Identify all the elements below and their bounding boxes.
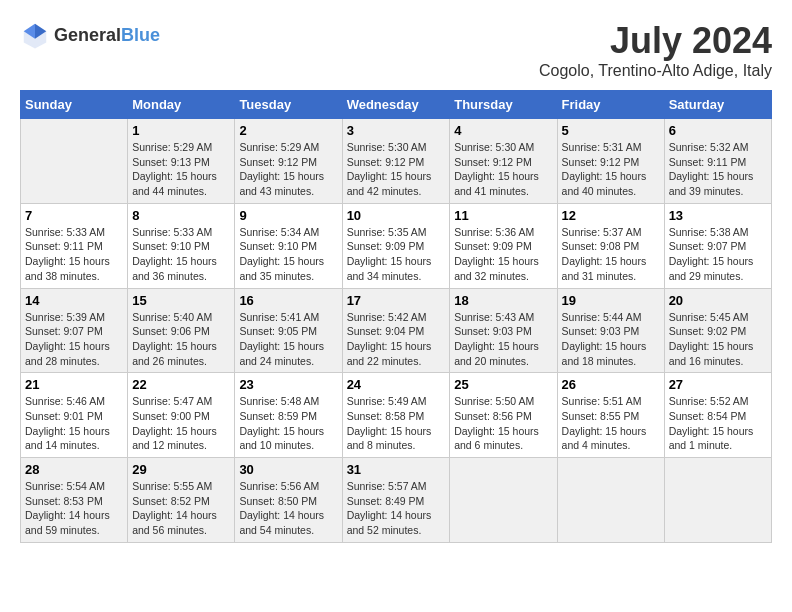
weekday-header-thursday: Thursday (450, 91, 557, 119)
day-info: Sunrise: 5:41 AMSunset: 9:05 PMDaylight:… (239, 310, 337, 369)
day-number: 27 (669, 377, 767, 392)
calendar-cell (21, 119, 128, 204)
calendar-week-row: 7Sunrise: 5:33 AMSunset: 9:11 PMDaylight… (21, 203, 772, 288)
day-info: Sunrise: 5:30 AMSunset: 9:12 PMDaylight:… (347, 140, 446, 199)
day-info: Sunrise: 5:45 AMSunset: 9:02 PMDaylight:… (669, 310, 767, 369)
day-info: Sunrise: 5:37 AMSunset: 9:08 PMDaylight:… (562, 225, 660, 284)
calendar-cell: 5Sunrise: 5:31 AMSunset: 9:12 PMDaylight… (557, 119, 664, 204)
day-number: 11 (454, 208, 552, 223)
day-info: Sunrise: 5:39 AMSunset: 9:07 PMDaylight:… (25, 310, 123, 369)
calendar-cell: 25Sunrise: 5:50 AMSunset: 8:56 PMDayligh… (450, 373, 557, 458)
day-info: Sunrise: 5:46 AMSunset: 9:01 PMDaylight:… (25, 394, 123, 453)
location-subtitle: Cogolo, Trentino-Alto Adige, Italy (539, 62, 772, 80)
calendar-cell: 3Sunrise: 5:30 AMSunset: 9:12 PMDaylight… (342, 119, 450, 204)
day-info: Sunrise: 5:55 AMSunset: 8:52 PMDaylight:… (132, 479, 230, 538)
weekday-header-sunday: Sunday (21, 91, 128, 119)
day-info: Sunrise: 5:29 AMSunset: 9:13 PMDaylight:… (132, 140, 230, 199)
day-info: Sunrise: 5:30 AMSunset: 9:12 PMDaylight:… (454, 140, 552, 199)
day-number: 14 (25, 293, 123, 308)
calendar-week-row: 1Sunrise: 5:29 AMSunset: 9:13 PMDaylight… (21, 119, 772, 204)
calendar-cell: 31Sunrise: 5:57 AMSunset: 8:49 PMDayligh… (342, 458, 450, 543)
calendar-cell: 4Sunrise: 5:30 AMSunset: 9:12 PMDaylight… (450, 119, 557, 204)
day-number: 1 (132, 123, 230, 138)
day-number: 17 (347, 293, 446, 308)
day-number: 24 (347, 377, 446, 392)
day-info: Sunrise: 5:34 AMSunset: 9:10 PMDaylight:… (239, 225, 337, 284)
logo-icon (20, 20, 50, 50)
logo-text: GeneralBlue (54, 25, 160, 46)
calendar-cell: 16Sunrise: 5:41 AMSunset: 9:05 PMDayligh… (235, 288, 342, 373)
calendar-cell: 8Sunrise: 5:33 AMSunset: 9:10 PMDaylight… (128, 203, 235, 288)
calendar-cell: 18Sunrise: 5:43 AMSunset: 9:03 PMDayligh… (450, 288, 557, 373)
weekday-header-tuesday: Tuesday (235, 91, 342, 119)
day-number: 7 (25, 208, 123, 223)
calendar-header-row: SundayMondayTuesdayWednesdayThursdayFrid… (21, 91, 772, 119)
day-number: 18 (454, 293, 552, 308)
weekday-header-friday: Friday (557, 91, 664, 119)
calendar-cell: 28Sunrise: 5:54 AMSunset: 8:53 PMDayligh… (21, 458, 128, 543)
calendar-week-row: 28Sunrise: 5:54 AMSunset: 8:53 PMDayligh… (21, 458, 772, 543)
calendar-cell: 14Sunrise: 5:39 AMSunset: 9:07 PMDayligh… (21, 288, 128, 373)
day-info: Sunrise: 5:29 AMSunset: 9:12 PMDaylight:… (239, 140, 337, 199)
calendar-cell: 15Sunrise: 5:40 AMSunset: 9:06 PMDayligh… (128, 288, 235, 373)
title-block: July 2024 Cogolo, Trentino-Alto Adige, I… (539, 20, 772, 80)
weekday-header-monday: Monday (128, 91, 235, 119)
calendar-cell: 12Sunrise: 5:37 AMSunset: 9:08 PMDayligh… (557, 203, 664, 288)
day-info: Sunrise: 5:33 AMSunset: 9:11 PMDaylight:… (25, 225, 123, 284)
calendar-cell: 10Sunrise: 5:35 AMSunset: 9:09 PMDayligh… (342, 203, 450, 288)
day-number: 29 (132, 462, 230, 477)
logo: GeneralBlue (20, 20, 160, 50)
calendar-cell: 29Sunrise: 5:55 AMSunset: 8:52 PMDayligh… (128, 458, 235, 543)
day-info: Sunrise: 5:31 AMSunset: 9:12 PMDaylight:… (562, 140, 660, 199)
logo-general: General (54, 25, 121, 45)
day-number: 9 (239, 208, 337, 223)
day-number: 8 (132, 208, 230, 223)
day-info: Sunrise: 5:44 AMSunset: 9:03 PMDaylight:… (562, 310, 660, 369)
calendar-cell (664, 458, 771, 543)
day-number: 31 (347, 462, 446, 477)
month-year-title: July 2024 (539, 20, 772, 62)
day-number: 4 (454, 123, 552, 138)
calendar-cell: 17Sunrise: 5:42 AMSunset: 9:04 PMDayligh… (342, 288, 450, 373)
day-info: Sunrise: 5:52 AMSunset: 8:54 PMDaylight:… (669, 394, 767, 453)
calendar-week-row: 21Sunrise: 5:46 AMSunset: 9:01 PMDayligh… (21, 373, 772, 458)
calendar-week-row: 14Sunrise: 5:39 AMSunset: 9:07 PMDayligh… (21, 288, 772, 373)
weekday-header-saturday: Saturday (664, 91, 771, 119)
day-info: Sunrise: 5:47 AMSunset: 9:00 PMDaylight:… (132, 394, 230, 453)
calendar-cell: 7Sunrise: 5:33 AMSunset: 9:11 PMDaylight… (21, 203, 128, 288)
calendar-cell: 20Sunrise: 5:45 AMSunset: 9:02 PMDayligh… (664, 288, 771, 373)
day-info: Sunrise: 5:38 AMSunset: 9:07 PMDaylight:… (669, 225, 767, 284)
day-number: 21 (25, 377, 123, 392)
day-info: Sunrise: 5:32 AMSunset: 9:11 PMDaylight:… (669, 140, 767, 199)
day-number: 16 (239, 293, 337, 308)
day-info: Sunrise: 5:42 AMSunset: 9:04 PMDaylight:… (347, 310, 446, 369)
calendar-cell: 24Sunrise: 5:49 AMSunset: 8:58 PMDayligh… (342, 373, 450, 458)
day-number: 12 (562, 208, 660, 223)
day-info: Sunrise: 5:51 AMSunset: 8:55 PMDaylight:… (562, 394, 660, 453)
calendar-cell: 21Sunrise: 5:46 AMSunset: 9:01 PMDayligh… (21, 373, 128, 458)
day-number: 19 (562, 293, 660, 308)
day-info: Sunrise: 5:40 AMSunset: 9:06 PMDaylight:… (132, 310, 230, 369)
day-number: 10 (347, 208, 446, 223)
day-number: 5 (562, 123, 660, 138)
calendar-cell (450, 458, 557, 543)
calendar-cell: 6Sunrise: 5:32 AMSunset: 9:11 PMDaylight… (664, 119, 771, 204)
calendar-cell: 13Sunrise: 5:38 AMSunset: 9:07 PMDayligh… (664, 203, 771, 288)
day-number: 22 (132, 377, 230, 392)
calendar-cell (557, 458, 664, 543)
day-number: 2 (239, 123, 337, 138)
calendar-cell: 30Sunrise: 5:56 AMSunset: 8:50 PMDayligh… (235, 458, 342, 543)
day-info: Sunrise: 5:50 AMSunset: 8:56 PMDaylight:… (454, 394, 552, 453)
day-number: 23 (239, 377, 337, 392)
day-info: Sunrise: 5:48 AMSunset: 8:59 PMDaylight:… (239, 394, 337, 453)
calendar-cell: 22Sunrise: 5:47 AMSunset: 9:00 PMDayligh… (128, 373, 235, 458)
day-info: Sunrise: 5:49 AMSunset: 8:58 PMDaylight:… (347, 394, 446, 453)
calendar-cell: 26Sunrise: 5:51 AMSunset: 8:55 PMDayligh… (557, 373, 664, 458)
day-info: Sunrise: 5:35 AMSunset: 9:09 PMDaylight:… (347, 225, 446, 284)
calendar-cell: 9Sunrise: 5:34 AMSunset: 9:10 PMDaylight… (235, 203, 342, 288)
day-info: Sunrise: 5:56 AMSunset: 8:50 PMDaylight:… (239, 479, 337, 538)
day-info: Sunrise: 5:43 AMSunset: 9:03 PMDaylight:… (454, 310, 552, 369)
day-number: 6 (669, 123, 767, 138)
page-header: GeneralBlue July 2024 Cogolo, Trentino-A… (20, 20, 772, 80)
day-info: Sunrise: 5:33 AMSunset: 9:10 PMDaylight:… (132, 225, 230, 284)
